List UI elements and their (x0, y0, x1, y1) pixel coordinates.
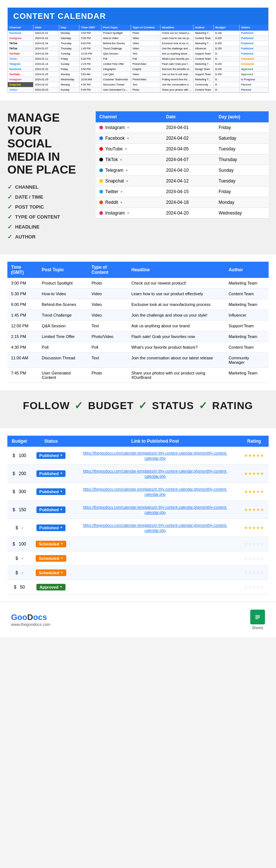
cell-time: 3:00 PM (79, 31, 102, 35)
cell-status: Scheduled (31, 537, 71, 551)
stars-filled: ★★★★★ (244, 489, 264, 494)
cell-rating: ☆☆☆☆☆ (240, 551, 269, 565)
status-dropdown[interactable]: Scheduled (36, 555, 66, 562)
status-dropdown[interactable]: Scheduled (36, 569, 66, 576)
cell-date: 2024-04-07 (162, 154, 215, 165)
cell-day: Tuesday (215, 144, 269, 154)
cell-author: Content Team (225, 342, 269, 352)
post-header-type: Type of Content (88, 262, 128, 278)
col-channel: Channel (8, 25, 33, 30)
cell-status: Planned (240, 82, 269, 87)
cell-day: Monday (59, 31, 79, 35)
cell-budget: $ 100 (7, 447, 31, 465)
dropdown-arrow[interactable]: ▼ (120, 201, 123, 205)
svg-rect-1 (255, 615, 260, 616)
table-row: 5:30 PM How-to Video Video Learn how to … (7, 288, 269, 299)
cell-channel: YouTube (8, 72, 33, 77)
logo: GooDocs (11, 613, 50, 622)
table-row: Instagram ▼ 2024-04-01 Friday (96, 122, 269, 133)
cell-date: 2024-01-01 (33, 31, 59, 35)
status-label: Published (39, 508, 59, 512)
status-dropdown[interactable]: Published (36, 452, 66, 459)
dropdown-arrow[interactable]: ▼ (126, 211, 130, 215)
published-link[interactable]: https://thegoodocs.com/calendar-template… (83, 487, 227, 496)
cell-headline: Join the challenge and show us your styl… (128, 310, 225, 320)
feature-label: CHANNEL (15, 184, 39, 190)
cell-topic: Q&A Session (38, 320, 88, 331)
cell-channel: Twitter (8, 87, 33, 92)
status-dropdown[interactable]: Published (36, 470, 66, 477)
cell-topic: Infographic (102, 67, 131, 72)
cell-topic: User Generated Content (38, 367, 88, 383)
dropdown-arrow[interactable]: ▼ (124, 147, 128, 151)
channel-table-header-date: Date (162, 111, 215, 122)
dropdown-arrow[interactable]: ▼ (125, 179, 129, 183)
published-link[interactable]: https://thegoodocs.com/calendar-template… (83, 505, 227, 515)
list-item: ✓ CHANNEL (7, 184, 88, 191)
table-row: Instagram 2024-01-02 Saturday 5:30 PM Ho… (8, 36, 268, 41)
table-row: YouTube ▼ 2024-04-05 Tuesday (96, 144, 269, 154)
status-dropdown[interactable]: Published (36, 506, 66, 513)
cell-author: Marketing Team (225, 278, 269, 289)
cell-date: 2024-04-01 (162, 122, 215, 133)
cell-channel: Facebook (8, 67, 33, 72)
cell-author: Marketing Team (225, 331, 269, 342)
cell-time: 5:30 PM (7, 288, 38, 299)
cell-budget: $ 300 (7, 482, 31, 501)
table-row: $ 150 Published https://thegoodocs.com/c… (7, 501, 269, 519)
status-dropdown[interactable]: Published (36, 524, 66, 531)
table-row: 6:00 PM Behind-the-Scenes Video Exclusiv… (7, 299, 269, 310)
table-row: $ - Published https://thegoodocs.com/cal… (7, 519, 269, 537)
cell-time: 1:45 PM (79, 46, 102, 51)
cell-day: Tuesday (215, 176, 269, 187)
spreadsheet-body: Facebook 2024-01-01 Monday 3:00 PM Produ… (8, 31, 268, 93)
cell-link: https://thegoodocs.com/calendar-template… (71, 447, 240, 465)
cell-day: Thursday (59, 41, 79, 46)
published-link[interactable]: https://thegoodocs.com/calendar-template… (83, 469, 227, 478)
cell-topic: Discussion Thread (38, 352, 88, 367)
manage-right: Channel Date Day (auto) Instagram ▼ 2024… (96, 111, 269, 219)
dropdown-arrow[interactable]: ▼ (120, 190, 123, 194)
cell-date: 2024-01-14 (33, 62, 59, 66)
dropdown-arrow[interactable]: ▼ (125, 168, 128, 172)
cell-day: Saturday (215, 133, 269, 144)
status-label: Published (39, 526, 59, 530)
dropdown-arrow[interactable]: ▼ (126, 136, 130, 140)
cell-date: 2024-03-03 (33, 87, 59, 92)
cell-headline: Exclusive look at our manufacturing proc… (128, 299, 225, 310)
cell-budget: $ - (214, 56, 240, 61)
status-dropdown[interactable]: Scheduled (36, 541, 66, 547)
dropdown-arrow[interactable]: ▼ (126, 126, 130, 130)
cell-date: 2024-01-07 (33, 46, 59, 51)
cell-author: Content Team (194, 36, 214, 41)
follow-check-3: ✓ (199, 400, 208, 411)
feature-label: AUTHOR (15, 234, 36, 240)
cell-type: Text (131, 82, 160, 87)
cell-author: Community Manager (225, 352, 269, 367)
cell-day: Monday (215, 197, 269, 208)
published-link[interactable]: https://thegoodocs.com/calendar-template… (83, 523, 227, 533)
channel-table-header-day: Day (auto) (215, 111, 269, 122)
cell-day: Friday (215, 122, 269, 133)
status-dropdown[interactable]: Approved (36, 584, 65, 590)
list-item: ✓ HEADLINE (7, 223, 88, 230)
cell-time: 6:00 PM (79, 41, 102, 46)
follow-check-1: ✓ (74, 400, 83, 411)
cell-author: Support Team (194, 72, 214, 77)
cell-type: Video (131, 36, 160, 41)
spreadsheet-section: CONTENT CALENDAR Channel Date Day Time G… (0, 0, 276, 100)
cell-link (71, 551, 240, 565)
dropdown-arrow[interactable]: ▼ (119, 158, 123, 162)
cell-status: Scheduled (240, 56, 269, 61)
cell-type: Video (88, 299, 128, 310)
cell-time: 9:00 AM (79, 72, 102, 77)
stars-filled: ★★★★★ (244, 507, 264, 512)
table-row: Snapchat ▼ 2024-04-12 Tuesday (96, 176, 269, 187)
cell-budget: $ - (7, 519, 31, 537)
table-row: $ 100 Published https://thegoodocs.com/c… (7, 447, 269, 465)
published-link[interactable]: https://thegoodocs.com/calendar-template… (83, 451, 227, 460)
status-dropdown[interactable]: Published (36, 488, 66, 495)
list-item: ✓ POST TOPIC (7, 203, 88, 210)
cell-time: 6:00 PM (7, 299, 38, 310)
list-item: ✓ DATE / TIME (7, 194, 88, 201)
